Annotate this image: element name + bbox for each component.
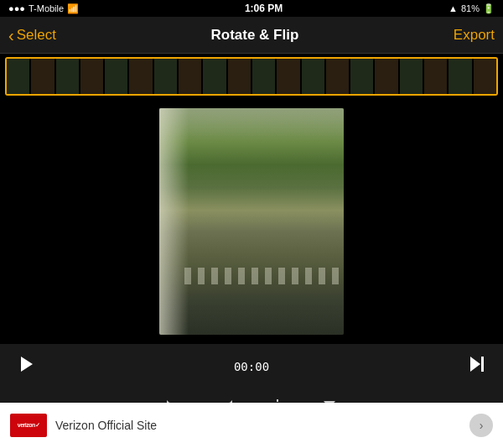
status-right: ▲ 81% 🔋 [449, 3, 495, 14]
status-left: ●●● T-Mobile 📶 [8, 3, 79, 14]
filmstrip-frame [424, 59, 447, 94]
filmstrip-frame [350, 59, 373, 94]
export-button[interactable]: Export [454, 27, 495, 44]
back-chevron-icon: ‹ [8, 27, 14, 44]
back-button[interactable]: ‹ Select [8, 27, 56, 44]
video-content [159, 108, 344, 335]
svg-marker-1 [470, 357, 480, 372]
filmstrip-frame [31, 59, 54, 94]
ad-text: Verizon Official Site [55, 419, 461, 432]
filmstrip-frame [375, 59, 397, 94]
signal-dots: ●●● [8, 3, 25, 13]
filmstrip-frame [302, 59, 324, 94]
video-area [0, 99, 503, 344]
filmstrip-frame [326, 59, 349, 94]
filmstrip-frame [400, 59, 423, 94]
time-display: 00:00 [234, 360, 269, 373]
video-left-edge [159, 108, 189, 335]
battery-icon: 🔋 [483, 3, 495, 14]
nav-bar: ‹ Select Rotate & Flip Export [0, 17, 503, 54]
filmstrip-frame [474, 59, 496, 94]
filmstrip-frame [154, 59, 177, 94]
ad-verizon-logo: verizon✓ [10, 414, 47, 437]
svg-marker-0 [21, 357, 33, 372]
battery-label: 81% [461, 3, 480, 13]
filmstrip-frame [449, 59, 471, 94]
video-fence [184, 268, 344, 284]
filmstrip-frame [7, 59, 29, 94]
svg-rect-2 [481, 357, 484, 372]
location-icon: ▲ [449, 3, 458, 13]
carrier-label: T-Mobile [29, 3, 64, 13]
play-button[interactable] [17, 355, 35, 378]
filmstrip-frame [179, 59, 201, 94]
filmstrip-frame [277, 59, 299, 94]
controls-bar: 00:00 [0, 344, 503, 389]
filmstrip-frame [228, 59, 251, 94]
filmstrip[interactable] [0, 54, 503, 99]
nav-title: Rotate & Flip [210, 27, 298, 44]
back-label: Select [17, 27, 56, 44]
ad-chevron-icon[interactable]: › [469, 414, 493, 437]
filmstrip-frame [80, 59, 103, 94]
filmstrip-frame [129, 59, 152, 94]
filmstrip-frame [252, 59, 275, 94]
ad-banner[interactable]: verizon✓ Verizon Official Site › [0, 403, 503, 448]
status-bar: ●●● T-Mobile 📶 1:06 PM ▲ 81% 🔋 [0, 0, 503, 17]
wifi-icon: 📶 [67, 3, 79, 14]
filmstrip-frame [105, 59, 127, 94]
status-time: 1:06 PM [245, 3, 283, 14]
skip-to-end-button[interactable] [468, 355, 486, 378]
video-frame [159, 108, 344, 335]
filmstrip-inner [5, 57, 498, 96]
filmstrip-frame [203, 59, 226, 94]
filmstrip-frame [56, 59, 79, 94]
